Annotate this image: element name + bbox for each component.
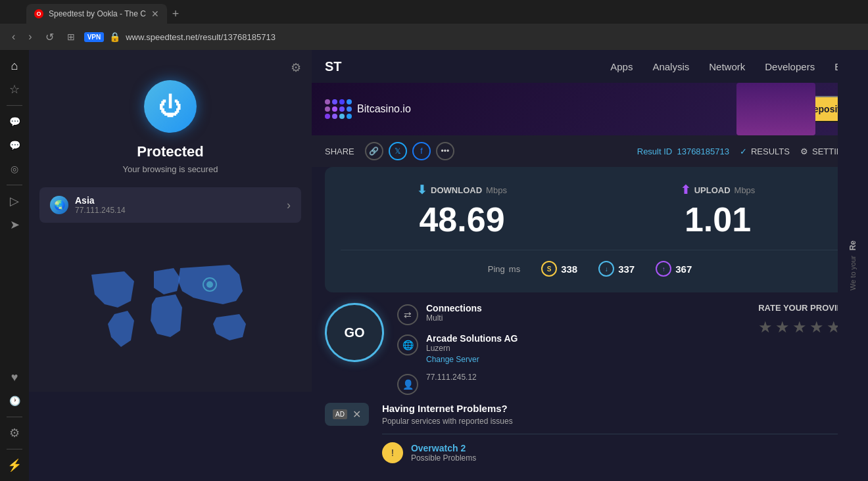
sidebar-item-flash[interactable]: ⚡ — [4, 455, 25, 476]
sidebar-item-messenger[interactable]: 💬 — [4, 111, 25, 132]
ad-dots — [325, 99, 352, 119]
ping-unit-label: ms — [509, 264, 520, 274]
vpn-subtitle-label: Your browsing is secured — [123, 164, 218, 174]
star-2[interactable]: ★ — [775, 318, 790, 336]
ad-image — [736, 83, 815, 135]
url-field[interactable]: www.speedtest.net/result/13768185713 — [126, 32, 860, 42]
share-twitter-icon[interactable]: 𝕏 — [389, 142, 407, 160]
upload-unit-label: Mbps — [735, 185, 756, 195]
vpn-server-ip: 77.111.245.14 — [75, 206, 287, 215]
browser-tab[interactable]: O Speedtest by Ookla - The C ✕ — [26, 4, 167, 24]
nav-item-apps[interactable]: Apps — [610, 61, 633, 72]
ad-badge: AD — [333, 409, 347, 419]
server-globe-icon: 🌐 — [397, 334, 418, 355]
sidebar-item-instagram[interactable]: ◎ — [4, 158, 25, 179]
star-3[interactable]: ★ — [792, 318, 807, 336]
server-info: Arcade Solutions AG Luzern Change Server — [426, 333, 518, 365]
right-panel-text: Re — [848, 240, 857, 250]
nav-item-developers[interactable]: Developers — [765, 61, 815, 72]
game-item[interactable]: ! Overwatch 2 Possible Problems › — [382, 434, 855, 471]
results-label: RESULTS — [751, 147, 790, 156]
grid-button[interactable]: ⊞ — [63, 30, 79, 43]
vpn-status-label: Protected — [137, 143, 203, 160]
download-arrow-icon: ⬇ — [417, 183, 427, 197]
nav-item-analysis[interactable]: Analysis — [652, 61, 689, 72]
ping-label: Ping — [488, 264, 505, 274]
share-link-icon[interactable]: 🔗 — [365, 142, 383, 160]
problems-title: Having Internet Problems? — [382, 403, 855, 414]
ping-icon-3: ↑ — [656, 261, 671, 277]
ip-person-icon: 👤 — [397, 374, 418, 395]
server-city: Luzern — [426, 344, 518, 353]
result-id-value[interactable]: 13768185713 — [677, 147, 729, 156]
site-header: ST Apps Analysis Network Developers Ente — [312, 50, 868, 83]
site-logo: ST — [325, 59, 342, 74]
sidebar-item-home[interactable]: ⌂ — [4, 55, 25, 76]
warning-icon: ! — [382, 442, 403, 463]
ping-value-1: 338 — [561, 263, 577, 275]
ad-banner: Bitcasino.io Make a Deposit — [312, 83, 868, 135]
sidebar: ⌂ ☆ 💬 💬 ◎ ▷ ➤ ♥ 🕐 ⚙ ⚡ — [0, 50, 29, 481]
connections-icon: ⇄ — [397, 304, 418, 325]
vpn-server-info: Asia 77.111.245.14 — [75, 195, 287, 215]
vpn-panel: ⚙ ⏻ Protected Your browsing is secured 🌏… — [29, 50, 312, 392]
ad-close-icon[interactable]: ✕ — [352, 408, 361, 421]
forward-button[interactable]: › — [24, 30, 36, 44]
ping-icon-2: ↓ — [598, 261, 614, 277]
change-server-link[interactable]: Change Server — [426, 355, 479, 364]
connections-row: ⇄ Connections Multi — [397, 303, 745, 325]
vpn-server-selector[interactable]: 🌏 Asia 77.111.245.14 › — [39, 187, 301, 223]
sidebar-item-star[interactable]: ☆ — [4, 79, 25, 100]
go-button[interactable]: GO — [325, 303, 384, 362]
back-button[interactable]: ‹ — [8, 30, 19, 44]
sidebar-divider-3 — [7, 417, 22, 417]
new-tab-button[interactable]: + — [172, 8, 180, 20]
result-id: Result ID 13768185713 — [637, 147, 729, 156]
star-4[interactable]: ★ — [809, 318, 824, 336]
download-section: ⬇ DOWNLOAD Mbps 48.69 — [341, 183, 583, 239]
nav-item-network[interactable]: Network — [709, 61, 745, 72]
sidebar-item-clock[interactable]: 🕐 — [4, 390, 25, 411]
sidebar-item-whatsapp[interactable]: 💬 — [4, 135, 25, 156]
share-facebook-icon[interactable]: f — [412, 142, 431, 160]
tab-close-button[interactable]: ✕ — [151, 9, 159, 19]
results-panel: ⬇ DOWNLOAD Mbps 48.69 ⬆ UPLOAD Mbps 1.01… — [325, 167, 855, 292]
upload-label: ⬆ UPLOAD Mbps — [596, 183, 839, 197]
share-more-icon[interactable]: ••• — [436, 142, 454, 160]
lock-icon: 🔒 — [109, 32, 120, 42]
ping-icon-1: S — [541, 261, 557, 277]
browser-chrome: O Speedtest by Ookla - The C ✕ + ‹ › ↺ ⊞… — [0, 0, 868, 50]
sidebar-divider-1 — [7, 105, 22, 106]
problems-subtitle: Popular services with reported issues — [382, 417, 855, 426]
tab-favicon: O — [34, 9, 43, 18]
server-name: Arcade Solutions AG — [426, 333, 518, 344]
internet-problems-section: Having Internet Problems? Popular servic… — [382, 403, 855, 471]
tab-bar: O Speedtest by Ookla - The C ✕ + — [0, 0, 868, 24]
sidebar-item-settings[interactable]: ⚙ — [4, 423, 25, 444]
vpn-badge[interactable]: VPN — [84, 32, 105, 42]
details-row: GO ⇄ Connections Multi 🌐 Arcade Solution… — [325, 303, 855, 395]
ping-item: Ping ms — [488, 264, 520, 274]
go-section: GO — [325, 303, 384, 362]
star-1[interactable]: ★ — [758, 318, 773, 336]
server-flag-icon: 🌏 — [50, 196, 68, 214]
vpn-power-button[interactable]: ⏻ — [144, 80, 197, 133]
ping-value-3-item: ↑ 367 — [656, 261, 692, 277]
results-button[interactable]: ✓ RESULTS — [740, 147, 790, 156]
sidebar-item-heart[interactable]: ♥ — [4, 367, 25, 388]
ip-address: 77.111.245.12 — [426, 373, 477, 382]
sidebar-item-arrow[interactable]: ➤ — [4, 214, 25, 235]
ip-row: 👤 77.111.245.12 — [397, 373, 745, 395]
connections-value: Multi — [426, 313, 482, 323]
server-row: 🌐 Arcade Solutions AG Luzern Change Serv… — [397, 333, 745, 365]
speed-grid: ⬇ DOWNLOAD Mbps 48.69 ⬆ UPLOAD Mbps 1.01 — [341, 183, 839, 250]
ad-small-banner: AD ✕ — [325, 403, 369, 426]
sidebar-item-play[interactable]: ▷ — [4, 191, 25, 212]
ping-row: Ping ms S 338 ↓ 337 ↑ 367 — [341, 261, 839, 277]
refresh-button[interactable]: ↺ — [41, 30, 58, 45]
site-nav: Apps Analysis Network Developers Ente — [610, 61, 855, 72]
game-name: Overwatch 2 — [411, 443, 476, 453]
vpn-server-name: Asia — [75, 195, 287, 206]
upload-section: ⬆ UPLOAD Mbps 1.01 — [596, 183, 839, 239]
vpn-settings-icon[interactable]: ⚙ — [291, 60, 301, 75]
